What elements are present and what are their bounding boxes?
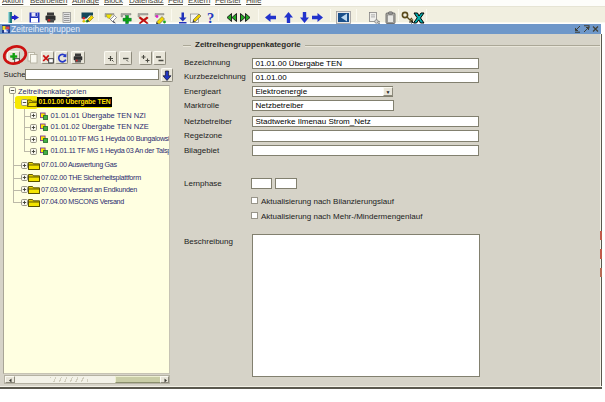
svg-text:?: ? bbox=[207, 11, 214, 24]
